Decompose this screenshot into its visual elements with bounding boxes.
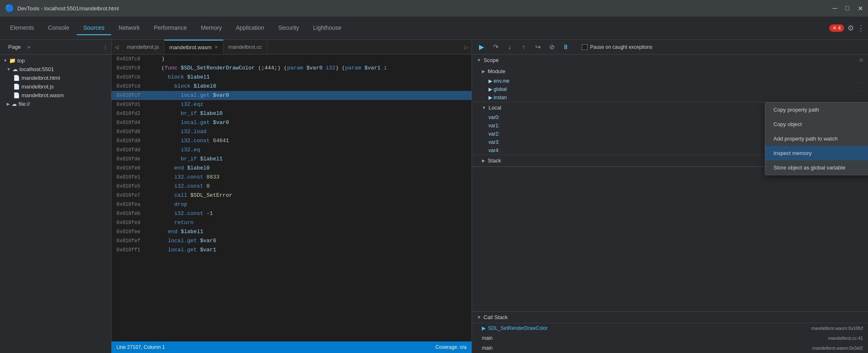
tree-item-js[interactable]: 📄 mandelbrot.js	[0, 82, 111, 91]
more-pages-icon[interactable]: »	[27, 44, 30, 50]
tab-performance[interactable]: Performance	[147, 21, 193, 35]
scope-key: ▶ env.me	[489, 78, 510, 84]
tab-application[interactable]: Application	[229, 21, 271, 35]
chevron-down-icon: ▼	[3, 58, 7, 63]
tab-bar-nav: ▷	[461, 44, 472, 50]
call-stack-item-2[interactable]: main mandelbrot.wasm:0x3ef2	[472, 343, 868, 353]
page-button[interactable]: Page	[3, 42, 26, 52]
code-line: 0x010fd6 i32.load	[111, 127, 472, 136]
scope-item-env[interactable]: ▶ env.me …	[472, 77, 868, 85]
code-line: 0x010fed return	[111, 218, 472, 227]
more-icon[interactable]: …	[858, 86, 863, 92]
close-tab-icon[interactable]: ✕	[214, 45, 218, 50]
tab-console[interactable]: Console	[41, 21, 76, 35]
pause-exceptions-label: Pause on caught exceptions	[590, 44, 652, 50]
context-menu-copy-object[interactable]: Copy object	[765, 117, 868, 131]
code-line: 0x010fdd i32.eq	[111, 145, 472, 155]
file-tree: ▼ 📁 top ▼ ☁ localhost:5501 📄 mandelbrot.…	[0, 55, 111, 353]
filetree-header: Page » ⋮	[0, 40, 111, 55]
chevron-down-icon: ▼	[7, 67, 11, 72]
code-line: 0x010feb i32.const -1	[111, 209, 472, 218]
code-line: 0x010fe0 end $label0	[111, 164, 472, 173]
wasm-tab-label: mandelbrot.wasm	[169, 44, 212, 50]
tree-item-label: mandelbrot.wasm	[21, 92, 64, 98]
tree-item-file[interactable]: ▶ ☁ file://	[0, 100, 111, 108]
window-controls[interactable]: ─ □ ✕	[832, 5, 863, 12]
cursor-position: Line 27107, Column 1	[116, 344, 165, 350]
scroll-tabs-right-icon[interactable]: ▷	[465, 44, 468, 50]
step-into-button[interactable]: ↓	[505, 43, 514, 52]
main-tabbar: Elements Console Sources Network Perform…	[0, 17, 868, 40]
context-menu: Copy property path Copy object Add prope…	[765, 102, 868, 175]
close-button[interactable]: ✕	[858, 5, 863, 12]
html-file-icon: 📄	[13, 75, 20, 81]
step-out-button[interactable]: ↑	[519, 43, 528, 52]
module-header[interactable]: ▶ Module	[472, 66, 868, 77]
scope-header[interactable]: ▼ Scope ⊟	[472, 55, 868, 66]
scope-item-instan[interactable]: ▶ instan …	[472, 93, 868, 102]
call-stack-item-0[interactable]: ▶ SDL_SetRenderDrawColor mandelbrot.wasm…	[472, 323, 868, 333]
tab-sources[interactable]: Sources	[77, 21, 111, 35]
source-tab-wasm[interactable]: mandelbrot.wasm ✕	[164, 40, 223, 54]
call-stack-header[interactable]: ▼ Call Stack	[472, 312, 868, 323]
tree-item-top[interactable]: ▼ 📁 top	[0, 56, 111, 65]
collapse-all-icon[interactable]: ⊟	[859, 57, 863, 63]
source-code-view[interactable]: 0x010fc8 ) 0x010fc9 (func $SDL_SetRender…	[111, 55, 472, 341]
scope-key: ▶ global	[489, 86, 507, 92]
more-icon[interactable]: …	[858, 95, 863, 100]
code-line: 0x010fee end $label1	[111, 227, 472, 236]
scope-item-global[interactable]: ▶ global …	[472, 85, 868, 93]
tab-security[interactable]: Security	[272, 21, 306, 35]
context-menu-store-global[interactable]: Store object as global variable	[765, 160, 868, 175]
code-line: 0x010ff1 local.get $var1	[111, 246, 472, 255]
settings-icon[interactable]: ⚙	[847, 24, 854, 33]
code-line: 0x010fe7 call $SDL_SetError	[111, 191, 472, 200]
maximize-button[interactable]: □	[845, 5, 849, 12]
titlebar-title: DevTools - localhost:5501/mandelbrot.htm…	[17, 5, 829, 12]
scope-key: var2:	[489, 131, 500, 137]
pause-exceptions-control: Pause on caught exceptions	[582, 44, 652, 50]
chevron-right-icon: ▶	[7, 102, 10, 106]
more-menu-icon[interactable]: ⋮	[857, 24, 865, 33]
pause-exceptions-checkbox[interactable]	[582, 44, 588, 50]
tree-item-html[interactable]: 📄 mandelbrot.html	[0, 74, 111, 82]
call-stack-section: ▼ Call Stack ▶ SDL_SetRenderDrawColor ma…	[472, 311, 868, 353]
call-stack-item-1[interactable]: main mandelbrot.cc:41	[472, 333, 868, 343]
chevron-right-icon: ▶	[482, 158, 485, 163]
error-badge[interactable]: ✕ 4	[829, 24, 844, 32]
tree-item-label: file://	[19, 101, 30, 107]
more-icon[interactable]: …	[858, 78, 863, 84]
call-stack-fn-name: SDL_SetRenderDrawColor	[488, 325, 548, 331]
context-menu-copy-path[interactable]: Copy property path	[765, 103, 868, 117]
resume-button[interactable]: ▶	[477, 43, 486, 52]
tab-memory[interactable]: Memory	[194, 21, 229, 35]
pause-button[interactable]: ⏸	[561, 43, 570, 52]
tab-lighthouse[interactable]: Lighthouse	[306, 21, 348, 35]
code-line: 0x010fcb block $label1	[111, 73, 472, 82]
code-line: 0x010fc8 )	[111, 55, 472, 64]
server-icon: ☁	[12, 66, 18, 72]
source-tab-js[interactable]: mandelbrot.js	[122, 40, 164, 54]
code-line: 0x010fd4 local.get $var0	[111, 118, 472, 127]
tree-item-wasm[interactable]: 📄 mandelbrot.wasm	[0, 91, 111, 100]
deactivate-breakpoints-icon[interactable]: ⊘	[547, 43, 556, 52]
filetree-menu-icon[interactable]: ⋮	[103, 44, 108, 50]
context-menu-inspect-memory[interactable]: Inspect memory	[765, 146, 868, 160]
call-stack-loc: mandelbrot.cc:41	[828, 336, 863, 341]
source-tab-cc[interactable]: mandelbrot.cc	[223, 40, 268, 54]
right-panel: ▶ ↷ ↓ ↑ ↪ ⊘ ⏸ Pause on caught exceptions…	[472, 40, 868, 353]
code-line: 0x010fef local.get $var0	[111, 236, 472, 246]
tabbar-right: ✕ 4 ⚙ ⋮	[829, 24, 865, 33]
step-button[interactable]: ↪	[533, 43, 542, 52]
tree-item-localhost[interactable]: ▼ ☁ localhost:5501	[0, 65, 111, 74]
call-stack-fn-name: main	[482, 345, 493, 351]
step-over-button[interactable]: ↷	[491, 43, 500, 52]
tab-network[interactable]: Network	[112, 21, 146, 35]
call-stack-active-icon: ▶	[482, 325, 486, 331]
source-tab-nav-back[interactable]: ◁	[111, 40, 122, 54]
minimize-button[interactable]: ─	[832, 5, 837, 12]
tree-item-label: localhost:5501	[19, 66, 54, 72]
context-menu-add-watch[interactable]: Add property path to watch	[765, 131, 868, 146]
tab-elements[interactable]: Elements	[3, 21, 40, 35]
source-tabs: ◁ mandelbrot.js mandelbrot.wasm ✕ mandel…	[111, 40, 472, 55]
